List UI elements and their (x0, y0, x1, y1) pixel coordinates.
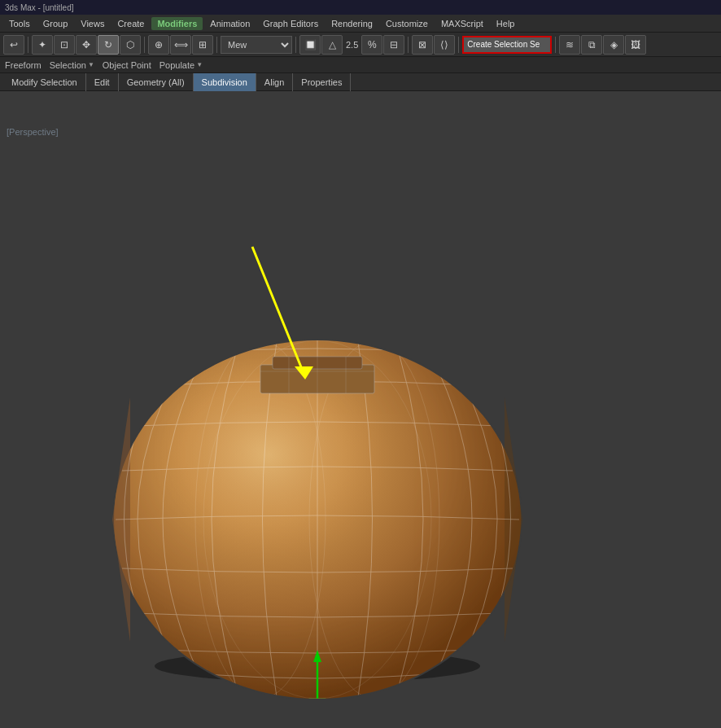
curve-editor[interactable]: ≋ (559, 35, 580, 55)
undo-button[interactable]: ↩ (3, 35, 24, 55)
title-bar: 3ds Max - [untitled] (0, 0, 721, 15)
select-region-button[interactable]: ⊡ (54, 35, 75, 55)
view-dropdown[interactable]: Mew Perspective Front Top (221, 36, 292, 54)
object-point-label[interactable]: Object Point (103, 60, 151, 70)
populate-label[interactable]: Populate ▼ (159, 60, 203, 70)
snap-value: 2.5 (343, 40, 360, 50)
tab-subdivision[interactable]: Subdivision (194, 73, 256, 91)
viewport[interactable]: x [Perspective] (0, 91, 721, 728)
view-label-bar: Freeform Selection ▼ Object Point Popula… (0, 57, 721, 73)
menu-graph-editors[interactable]: Graph Editors (257, 17, 324, 30)
menu-customize[interactable]: Customize (380, 17, 434, 30)
create-selection-input[interactable] (462, 36, 552, 54)
percent-snap[interactable]: % (361, 35, 382, 55)
svg-text:[Perspective]: [Perspective] (7, 127, 59, 137)
sep7 (555, 37, 556, 53)
rotate-button[interactable]: ↻ (98, 35, 119, 55)
menu-group[interactable]: Group (37, 17, 74, 30)
material-editor[interactable]: ◈ (603, 35, 624, 55)
named-sel-sets[interactable]: ⊠ (412, 35, 433, 55)
sep5 (408, 37, 409, 53)
menu-tools[interactable]: Tools (3, 17, 36, 30)
edit-toolbar: Modify Selection Edit Geometry (All) Sub… (0, 73, 721, 91)
schematic-view[interactable]: ⧉ (581, 35, 602, 55)
sep6 (458, 37, 459, 53)
menu-animation[interactable]: Animation (204, 17, 256, 30)
menu-help[interactable]: Help (491, 17, 521, 30)
menu-rendering[interactable]: Rendering (326, 17, 378, 30)
spinner-snap[interactable]: ⊟ (383, 35, 404, 55)
sep3 (216, 37, 217, 53)
menu-bar: Tools Group Views Create Modifiers Anima… (0, 15, 721, 33)
sep2 (144, 37, 145, 53)
scale-button[interactable]: ⬡ (120, 35, 141, 55)
mirror-tool[interactable]: ⟨⟩ (434, 35, 455, 55)
render-setup[interactable]: 🖼 (625, 35, 646, 55)
angle-snap[interactable]: △ (321, 35, 343, 55)
menu-modifiers[interactable]: Modifiers (151, 17, 203, 30)
transform-button[interactable]: ⊕ (148, 35, 169, 55)
move-button[interactable]: ✥ (76, 35, 97, 55)
tab-align[interactable]: Align (256, 73, 293, 91)
title-text: 3ds Max - [untitled] (5, 3, 73, 12)
menu-create[interactable]: Create (111, 17, 150, 30)
menu-views[interactable]: Views (75, 17, 110, 30)
freeform-label[interactable]: Freeform (5, 60, 42, 70)
scene-container: x [Perspective] (0, 91, 721, 728)
menu-maxscript[interactable]: MAXScript (435, 17, 489, 30)
sep1 (28, 37, 28, 53)
main-toolbar: ↩ ✦ ⊡ ✥ ↻ ⬡ ⊕ ⟺ ⊞ Mew Perspective Front … (0, 33, 721, 57)
selection-dropdown-arrow: ▼ (88, 61, 94, 68)
tab-edit[interactable]: Edit (86, 73, 119, 91)
tab-modify-selection[interactable]: Modify Selection (3, 73, 86, 91)
sep4 (295, 37, 296, 53)
mirror-button[interactable]: ⟺ (170, 35, 191, 55)
tab-properties[interactable]: Properties (293, 73, 351, 91)
snap-toggle[interactable]: 🔲 (299, 35, 321, 55)
selection-label[interactable]: Selection ▼ (50, 60, 94, 70)
populate-dropdown-arrow: ▼ (196, 61, 203, 68)
align-button[interactable]: ⊞ (192, 35, 213, 55)
tab-geometry-all[interactable]: Geometry (All) (119, 73, 194, 91)
select-button[interactable]: ✦ (32, 35, 53, 55)
3d-scene-svg: x [Perspective] (0, 121, 721, 699)
